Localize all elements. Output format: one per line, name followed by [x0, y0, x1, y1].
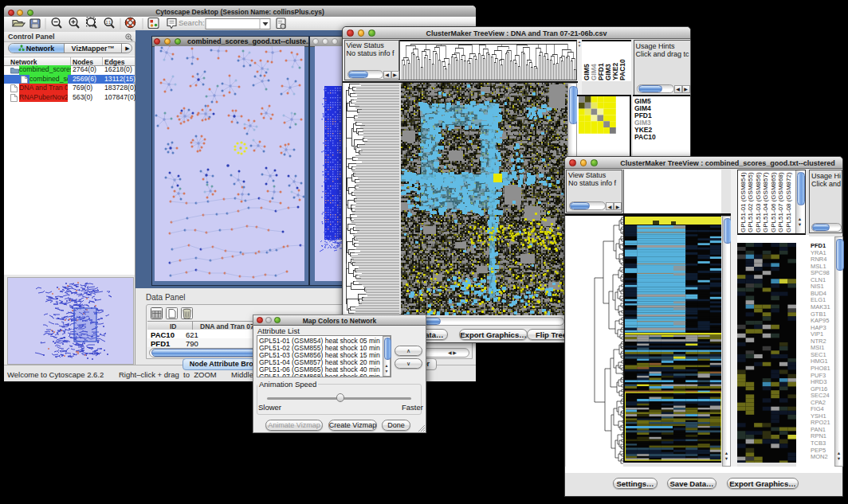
- svg-text:GPL51-01 (GSM854): GPL51-01 (GSM854): [740, 172, 747, 232]
- svg-text:GPL51-06 (GSM865): GPL51-06 (GSM865): [770, 172, 777, 232]
- svg-text:PAC10: PAC10: [618, 58, 626, 80]
- svg-text:1:1: 1:1: [106, 21, 112, 25]
- svg-text:Search:: Search:: [179, 18, 205, 27]
- svg-text:GPL51-07 (GSM868): GPL51-07 (GSM868): [777, 172, 784, 232]
- svg-text:GPL51-08 (GSM872): GPL51-08 (GSM872): [785, 172, 792, 232]
- svg-text:GPL51-02 (GSM855): GPL51-02 (GSM855): [747, 172, 754, 232]
- svg-text:GPL51-04 (GSM857): GPL51-04 (GSM857): [762, 172, 769, 232]
- svg-text:GPL51-03 (GSM856): GPL51-03 (GSM856): [755, 172, 762, 232]
